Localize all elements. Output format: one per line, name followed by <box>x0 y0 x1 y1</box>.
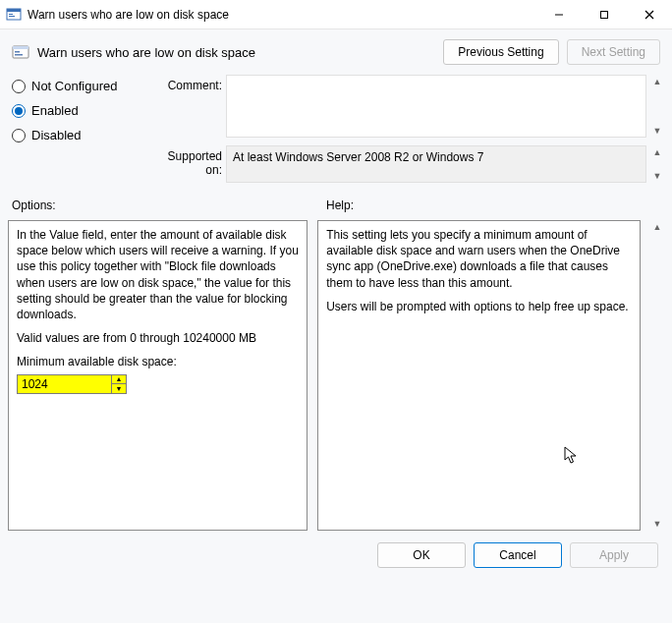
svg-rect-10 <box>15 51 20 53</box>
next-setting-button: Next Setting <box>567 39 660 65</box>
radio-label: Disabled <box>31 128 82 142</box>
radio-icon <box>12 129 26 142</box>
apply-button: Apply <box>570 542 658 568</box>
options-label: Options: <box>12 198 326 212</box>
app-icon <box>6 7 22 23</box>
help-panel: This setting lets you specify a minimum … <box>317 220 641 531</box>
radio-label: Enabled <box>31 103 79 118</box>
svg-rect-11 <box>15 54 23 56</box>
ok-button[interactable]: OK <box>377 542 466 568</box>
svg-rect-9 <box>13 46 28 49</box>
scroll-down-icon[interactable]: ▼ <box>650 517 664 531</box>
options-panel: In the Value field, enter the amount of … <box>8 220 308 531</box>
radio-label: Not Configured <box>31 79 117 93</box>
options-valid-range: Valid values are from 0 through 10240000… <box>17 330 299 346</box>
disk-space-input[interactable] <box>17 374 111 394</box>
close-button[interactable] <box>627 0 672 29</box>
comment-label: Comment: <box>153 75 222 92</box>
header-row: Warn users who are low on disk space Pre… <box>0 29 672 69</box>
radio-disabled[interactable]: Disabled <box>12 128 149 142</box>
svg-rect-1 <box>7 9 21 12</box>
supported-on-value: At least Windows Server 2008 R2 or Windo… <box>233 150 483 164</box>
titlebar: Warn users who are low on disk space <box>0 0 672 29</box>
radio-not-configured[interactable]: Not Configured <box>12 79 149 93</box>
supported-on-text: At least Windows Server 2008 R2 or Windo… <box>226 145 646 183</box>
svg-rect-5 <box>601 11 608 18</box>
radio-icon <box>12 80 26 93</box>
cancel-button[interactable]: Cancel <box>474 542 562 568</box>
scroll-down-icon[interactable]: ▼ <box>650 124 664 138</box>
comment-textbox[interactable] <box>226 75 646 138</box>
dialog-footer: OK Cancel Apply <box>0 531 672 580</box>
previous-setting-button[interactable]: Previous Setting <box>443 39 558 65</box>
spinner-up-button[interactable]: ▲ <box>112 375 126 385</box>
window-title: Warn users who are low on disk space <box>28 8 229 22</box>
maximize-button[interactable] <box>582 0 627 29</box>
help-text-1: This setting lets you specify a minimum … <box>326 227 632 291</box>
minimize-button[interactable] <box>536 0 582 29</box>
scroll-down-icon[interactable]: ▼ <box>650 169 664 183</box>
disk-space-spinner: ▲ ▼ <box>17 374 299 394</box>
radio-icon <box>12 104 26 118</box>
svg-rect-2 <box>9 14 13 15</box>
radio-enabled[interactable]: Enabled <box>12 103 149 118</box>
svg-rect-3 <box>9 16 15 17</box>
options-description: In the Value field, enter the amount of … <box>17 227 299 322</box>
scroll-up-icon[interactable]: ▲ <box>650 220 664 234</box>
help-label: Help: <box>326 198 354 212</box>
scroll-up-icon[interactable]: ▲ <box>650 75 664 88</box>
state-radio-group: Not Configured Enabled Disabled <box>12 75 149 142</box>
help-text-2: Users will be prompted with options to h… <box>326 299 632 314</box>
policy-icon <box>12 43 29 61</box>
policy-title: Warn users who are low on disk space <box>37 45 443 60</box>
scroll-up-icon[interactable]: ▲ <box>650 145 664 159</box>
options-field-label: Minimum available disk space: <box>17 354 299 369</box>
supported-on-label: Supported on: <box>153 145 222 177</box>
spinner-down-button[interactable]: ▼ <box>112 384 126 393</box>
